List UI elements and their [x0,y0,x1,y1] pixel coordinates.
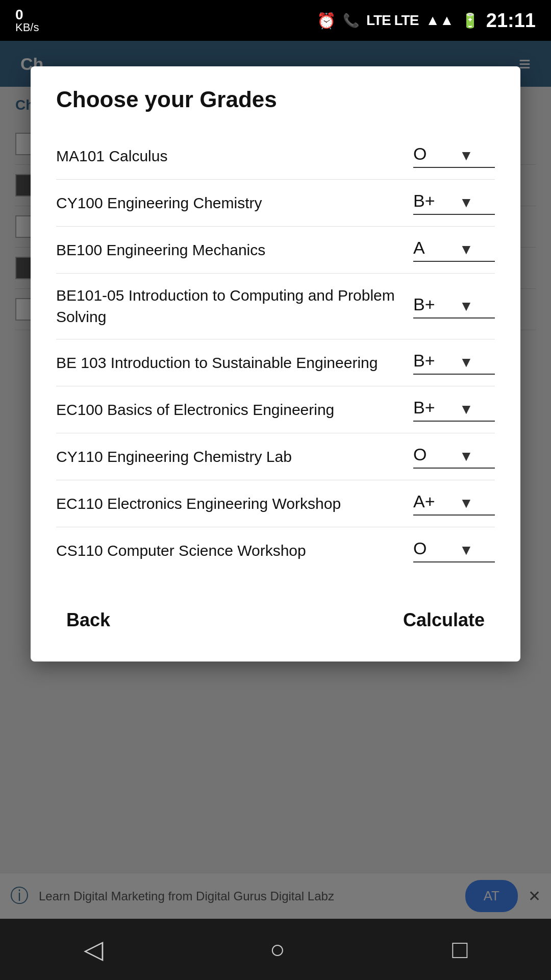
course-row: BE 103 Introduction to Sustainable Engin… [56,339,495,386]
lte-label: LTE LTE [366,12,418,29]
course-list: MA101 Calculus O ▼ CY100 Engineering Che… [56,133,495,574]
course-name-cy100: CY100 Engineering Chemistry [56,192,413,214]
course-name-cs110: CS110 Computer Science Workshop [56,540,413,561]
course-name-ec110: EC110 Electronics Engineering Workshop [56,493,413,514]
course-name-ec100: EC100 Basics of Electronics Engineering [56,399,413,421]
course-row: CY110 Engineering Chemistry Lab O ▼ [56,433,495,480]
calculate-button[interactable]: Calculate [393,604,495,636]
course-row: EC110 Electronics Engineering Workshop A… [56,480,495,527]
back-button[interactable]: Back [56,604,120,636]
dropdown-arrow-icon: ▼ [459,241,473,258]
data-speed-unit: KB/s [15,22,39,33]
grade-modal: Choose your Grades MA101 Calculus O ▼ CY… [31,66,520,662]
course-row: EC100 Basics of Electronics Engineering … [56,386,495,433]
dropdown-arrow-icon: ▼ [459,354,473,371]
home-nav-icon[interactable]: ○ [270,935,285,964]
grade-select-cs110[interactable]: O ▼ [413,538,495,562]
grade-value-cs110: O [413,538,454,558]
grade-value-ec100: B+ [413,398,454,418]
phone-lte-icon: 📞 [343,13,359,29]
grade-value-ec110: A+ [413,492,454,511]
status-icons: ⏰ 📞 LTE LTE ▲▲ 🔋 21:11 [317,10,536,32]
grade-value-ma101: O [413,144,454,164]
alarm-icon: ⏰ [317,12,336,30]
dropdown-arrow-icon: ▼ [459,448,473,464]
dropdown-arrow-icon: ▼ [459,542,473,558]
back-nav-icon[interactable]: ◁ [84,935,103,964]
grade-select-cy100[interactable]: B+ ▼ [413,191,495,215]
course-row: BE101-05 Introduction to Computing and P… [56,274,495,339]
dropdown-arrow-icon: ▼ [459,194,473,211]
grade-select-cy110[interactable]: O ▼ [413,445,495,469]
status-bar: 0 KB/s ⏰ 📞 LTE LTE ▲▲ 🔋 21:11 [0,0,551,41]
grade-select-ma101[interactable]: O ▼ [413,144,495,168]
course-name-be100: BE100 Engineering Mechanics [56,239,413,261]
course-row: CS110 Computer Science Workshop O ▼ [56,527,495,574]
bottom-navigation: ◁ ○ □ [0,919,551,980]
modal-title: Choose your Grades [56,87,495,112]
grade-value-be103: B+ [413,351,454,371]
grade-select-be101[interactable]: B+ ▼ [413,295,495,318]
grade-value-be100: A [413,238,454,258]
data-speed: 0 KB/s [15,8,39,33]
clock-display: 21:11 [486,10,536,32]
modal-buttons: Back Calculate [56,594,495,636]
grade-select-ec100[interactable]: B+ ▼ [413,398,495,422]
dropdown-arrow-icon: ▼ [459,401,473,418]
grade-select-be100[interactable]: A ▼ [413,238,495,262]
course-name-ma101: MA101 Calculus [56,145,413,167]
dropdown-arrow-icon: ▼ [459,495,473,511]
grade-value-be101: B+ [413,295,454,314]
course-row: CY100 Engineering Chemistry B+ ▼ [56,180,495,227]
signal-icon: ▲▲ [425,12,454,29]
dropdown-arrow-icon: ▼ [459,148,473,164]
grade-value-cy100: B+ [413,191,454,211]
course-name-be101: BE101-05 Introduction to Computing and P… [56,285,413,328]
battery-icon: 🔋 [461,12,479,29]
grade-select-ec110[interactable]: A+ ▼ [413,492,495,516]
course-row: MA101 Calculus O ▼ [56,133,495,180]
course-row: BE100 Engineering Mechanics A ▼ [56,227,495,274]
recents-nav-icon[interactable]: □ [452,935,467,964]
course-name-be103: BE 103 Introduction to Sustainable Engin… [56,352,413,374]
dropdown-arrow-icon: ▼ [459,298,473,314]
grade-select-be103[interactable]: B+ ▼ [413,351,495,375]
course-name-cy110: CY110 Engineering Chemistry Lab [56,446,413,468]
grade-value-cy110: O [413,445,454,464]
data-speed-value: 0 [15,8,23,22]
